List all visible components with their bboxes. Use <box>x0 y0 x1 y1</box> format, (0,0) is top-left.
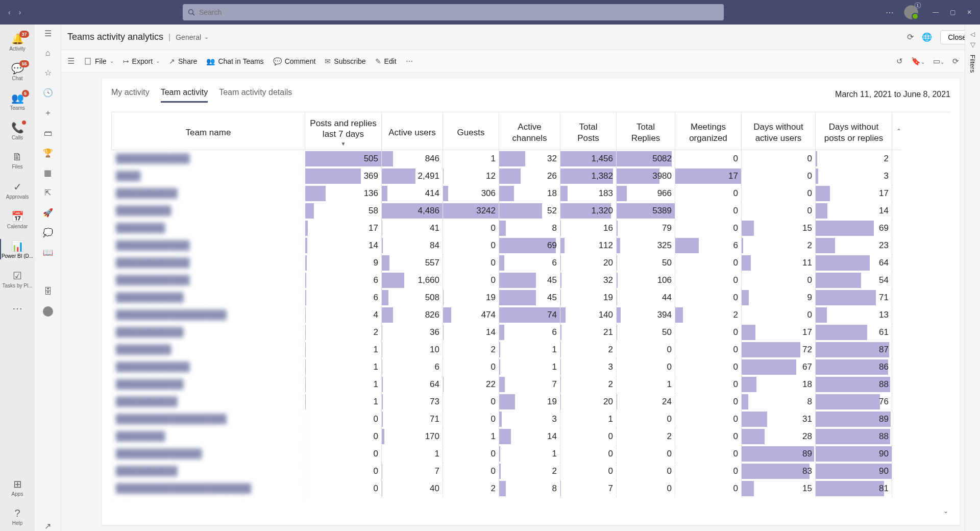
table-cell: 88 <box>816 376 892 393</box>
hamburger-icon[interactable]: ☰ <box>44 29 52 38</box>
scroll-up-icon[interactable]: ⌃ <box>892 112 901 150</box>
home-icon[interactable]: ⌂ <box>45 49 51 58</box>
column-header[interactable]: Team name <box>111 112 305 150</box>
data-icon[interactable]: 🗄 <box>44 287 52 296</box>
rail-calls[interactable]: 📞Calls <box>0 116 35 145</box>
table-body[interactable]: ████████████5058461321,4565082002████369… <box>111 150 950 520</box>
globe-icon[interactable]: 🌐 <box>922 32 932 42</box>
bookmark-dropdown[interactable]: 🔖⌄ <box>911 57 925 66</box>
table-row[interactable]: ██████████████████████040287001581 <box>111 480 950 497</box>
chat-bubble-icon[interactable]: 💭 <box>43 228 53 237</box>
table-row[interactable]: ████████████5058461321,4565082002 <box>111 150 950 167</box>
rocket-icon[interactable]: 🚀 <box>43 208 53 218</box>
table-row[interactable]: ██████████████████071031003189 <box>111 411 950 428</box>
table-row[interactable]: ████████174108167901569 <box>111 220 950 237</box>
refresh-icon[interactable]: ⟳ <box>907 32 914 42</box>
rail-powerbi[interactable]: 📊Power BI (D... <box>0 235 35 263</box>
comment-button[interactable]: 💬Comment <box>273 57 316 65</box>
view-dropdown[interactable]: ▭⌄ <box>933 57 944 66</box>
scroll-down-icon[interactable]: ⌄ <box>943 508 948 515</box>
package-icon[interactable]: 🗃 <box>44 129 52 138</box>
table-row[interactable]: ███████████236146215001761 <box>111 324 950 341</box>
table-row[interactable]: ██████████136414306181839660017 <box>111 185 950 202</box>
table-cell: ████████████ <box>111 254 305 272</box>
plus-icon[interactable]: ＋ <box>44 108 52 118</box>
table-cell: 83 <box>742 463 816 480</box>
tab-team-activity[interactable]: Team activity <box>161 86 208 103</box>
rail-help[interactable]: ?Help <box>0 502 35 531</box>
rail-files[interactable]: 🗎Files <box>0 146 35 175</box>
table-row[interactable]: ████████████61,660045321060054 <box>111 272 950 289</box>
table-cell: 0 <box>560 463 617 480</box>
popout-icon[interactable]: ↗ <box>44 521 51 531</box>
table-row[interactable]: ██████████████01010008990 <box>111 445 950 463</box>
clock-icon[interactable]: 🕓 <box>43 88 53 98</box>
table-row[interactable]: ████████████14840691123256223 <box>111 237 950 254</box>
nav-forward-button[interactable]: › <box>19 8 21 16</box>
column-header[interactable]: Days withoutactive users <box>742 112 816 150</box>
more-icon[interactable]: ⋯ <box>886 8 894 17</box>
person-icon[interactable] <box>43 306 53 317</box>
book-icon[interactable]: 📖 <box>43 248 53 257</box>
column-header[interactable]: TotalReplies <box>617 112 675 150</box>
filters-pane-collapsed[interactable]: ◁ ▽ Filters <box>965 25 980 531</box>
table-cell: 0 <box>675 445 742 463</box>
reset-icon[interactable]: ↺ <box>896 57 903 66</box>
table-row[interactable]: ████████01701140202888 <box>111 428 950 445</box>
rail-approvals[interactable]: ✓Approvals <box>0 176 35 204</box>
rail-calendar[interactable]: 📅Calendar <box>0 205 35 234</box>
rail-more[interactable]: ⋯ <box>0 294 35 323</box>
app-icon[interactable]: ▦ <box>44 168 52 178</box>
teams-icon: 👥5 <box>11 92 24 104</box>
channel-dropdown[interactable]: General⌄ <box>176 33 209 41</box>
minimize-button[interactable]: — <box>933 9 939 16</box>
maximize-button[interactable]: ▢ <box>950 9 955 16</box>
table-row[interactable]: █████████584,4863242521,32053890014 <box>111 202 950 220</box>
table-row[interactable]: ██████████████████4826474741403942013 <box>111 306 950 324</box>
rail-teams[interactable]: 👥5Teams <box>0 87 35 115</box>
table-cell: 2 <box>443 341 499 358</box>
more-options[interactable]: ⋯ <box>406 57 413 65</box>
table-row[interactable]: ████████████955706205001164 <box>111 254 950 272</box>
subscribe-button[interactable]: ✉Subscribe <box>325 57 365 65</box>
expand-filters-icon[interactable]: ◁ <box>970 31 975 38</box>
table-row[interactable]: ███████████6508194519440971 <box>111 289 950 306</box>
column-header[interactable]: Meetingsorganized <box>675 112 742 150</box>
table-row[interactable]: ████████████16013006786 <box>111 358 950 376</box>
column-header[interactable]: Active users <box>382 112 443 150</box>
table-row[interactable]: ████3692,49112261,38239801703 <box>111 167 950 185</box>
share-icon[interactable]: ⇱ <box>44 188 51 198</box>
trophy-icon[interactable]: 🏆 <box>43 148 53 158</box>
tab-my-activity[interactable]: My activity <box>111 86 150 103</box>
column-header[interactable]: TotalPosts <box>560 112 617 150</box>
close-window-button[interactable]: ✕ <box>967 9 972 16</box>
nav-back-button[interactable]: ‹ <box>8 8 11 16</box>
table-cell: 0 <box>742 185 816 202</box>
table-row[interactable]: ███████████1642272101888 <box>111 376 950 393</box>
user-avatar[interactable]: 1 <box>904 5 918 19</box>
export-menu[interactable]: ↦Export⌄ <box>123 57 160 65</box>
search-input[interactable] <box>199 8 719 16</box>
table-row[interactable]: ██████████17301920240876 <box>111 393 950 411</box>
report-canvas: My activity Team activity Team activity … <box>102 79 960 525</box>
edit-button[interactable]: ✎Edit <box>375 57 397 65</box>
table-row[interactable]: █████████110212007287 <box>111 341 950 358</box>
collapse-nav-icon[interactable]: ☰ <box>67 56 75 66</box>
star-icon[interactable]: ☆ <box>44 68 52 78</box>
rail-chat[interactable]: 💬55Chat <box>0 57 35 86</box>
column-header[interactable]: Days withoutposts or replies <box>816 112 892 150</box>
refresh-icon[interactable]: ⟳ <box>952 57 959 66</box>
file-menu[interactable]: File⌄ <box>84 57 114 65</box>
rail-tasks[interactable]: ☑Tasks by Pl... <box>0 264 35 293</box>
column-header[interactable]: Guests <box>443 112 499 150</box>
rail-activity[interactable]: 🔔37Activity <box>0 28 35 56</box>
rail-apps[interactable]: ⊞Apps <box>0 473 35 501</box>
column-header[interactable]: Activechannels <box>499 112 560 150</box>
table-cell: 0 <box>443 272 499 289</box>
table-row[interactable]: ██████████07020008390 <box>111 463 950 480</box>
share-button[interactable]: ↗Share <box>169 57 197 65</box>
chat-in-teams-button[interactable]: 👥Chat in Teams <box>206 57 263 65</box>
column-header[interactable]: Posts and replieslast 7 days▼ <box>305 112 382 150</box>
tab-team-activity-details[interactable]: Team activity details <box>219 86 292 103</box>
search-box[interactable] <box>183 4 724 20</box>
